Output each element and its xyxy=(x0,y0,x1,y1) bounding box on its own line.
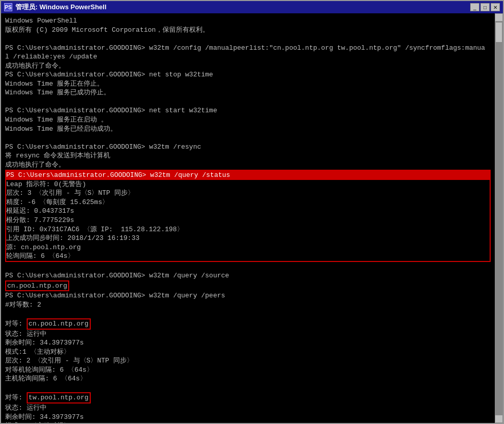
scroll-up-button[interactable]: ▲ xyxy=(495,13,503,22)
minimize-button[interactable]: _ xyxy=(470,3,479,11)
output-line: 根延迟: 0.0437317s xyxy=(6,207,490,216)
output-line: 源: cn.pool.ntp.org xyxy=(6,243,490,252)
output-line xyxy=(5,133,491,143)
title-bar-left: PS 管理员: Windows PowerShell xyxy=(4,3,107,12)
output-line xyxy=(5,383,491,393)
window-icon: PS xyxy=(4,3,12,11)
peer2-value: tw.pool.ntp.org xyxy=(27,392,91,403)
output-line: 引用 ID: 0x731C7AC6 〈源 IP: 115.28.122.198〉 xyxy=(6,225,490,234)
output-line: 对等: cn.pool.ntp.org xyxy=(5,318,491,330)
output-line: 剩余时间: 34.3973977s xyxy=(5,413,491,422)
output-line: 主机轮询间隔: 6 〈64s〉 xyxy=(5,374,491,383)
output-line: 层次: 3 〈次引用 - 与〈S〉NTP 同步〉 xyxy=(6,189,490,198)
peer1-value: cn.pool.ntp.org xyxy=(27,318,91,330)
output-line: PS C:\Users\administrator.GOODOING> net … xyxy=(5,106,491,115)
output-line: 版权所有 (C) 2009 Microsoft Corporation，保留所有… xyxy=(5,26,491,35)
output-line: 层次: 2 〈次引用 - 与〈S〉NTP 同步〉 xyxy=(5,356,491,366)
output-line: PS C:\Users\administrator.GOODOING> w32t… xyxy=(5,44,491,53)
terminal-content: Windows PowerShell 版权所有 (C) 2009 Microso… xyxy=(5,16,499,423)
output-line: 上次成功同步时间: 2018/1/23 16:19:33 xyxy=(6,234,490,243)
window-title: 管理员: Windows PowerShell xyxy=(15,3,107,12)
output-line: 状态: 运行中 xyxy=(5,330,491,339)
output-line: PS C:\Users\administrator.GOODOING> net … xyxy=(5,70,491,79)
output-line: 根分散: 7.7775229s xyxy=(6,216,490,225)
output-line: Windows Time 服务正在停止。 xyxy=(5,79,491,89)
output-line: Windows Time 服务正在启动 。 xyxy=(5,115,491,125)
output-line: Windows Time 服务已经启动成功。 xyxy=(5,125,491,134)
terminal-area[interactable]: Windows PowerShell 版权所有 (C) 2009 Microso… xyxy=(1,13,503,423)
output-line: #对等数: 2 xyxy=(5,300,491,310)
scroll-down-button[interactable]: ▼ xyxy=(495,415,503,423)
scroll-track xyxy=(495,22,503,415)
output-line: PS C:\Users\administrator.GOODOING> w32t… xyxy=(5,271,491,280)
output-line: 模式:1 〈主动对标〉 xyxy=(5,421,491,423)
output-line: l /reliable:yes /update xyxy=(5,52,491,62)
output-line: 成功地执行了命令。 xyxy=(5,160,491,170)
output-line: 对等机轮询间隔: 6 〈64s〉 xyxy=(5,366,491,375)
scrollbar[interactable]: ▲ ▼ xyxy=(495,13,503,423)
output-line: PS C:\Users\administrator.GOODOING> w32t… xyxy=(5,291,491,300)
output-line: 剩余时间: 34.3973977s xyxy=(5,338,491,348)
output-line: Windows Time 服务已成功停止。 xyxy=(5,88,491,97)
query-status-cmd: PS C:\Users\administrator.GOODOING> w32t… xyxy=(6,171,490,180)
output-line: PS C:\Users\administrator.GOODOING> w32t… xyxy=(5,143,491,152)
query-status-block: PS C:\Users\administrator.GOODOING> w32t… xyxy=(5,170,491,261)
output-line: 模式:1 〈主动对标〉 xyxy=(5,348,491,357)
output-line: 状态: 运行中 xyxy=(5,403,491,413)
output-line: Leap 指示符: 0(无警告) xyxy=(6,180,490,189)
scroll-thumb[interactable] xyxy=(495,22,502,43)
output-line: 成功地执行了命令。 xyxy=(5,62,491,71)
output-line: cn.pool.ntp.org xyxy=(5,280,491,292)
maximize-button[interactable]: □ xyxy=(480,3,490,11)
output-line: 精度: -6 〈每刻度 15.625ms〉 xyxy=(6,198,490,207)
output-line: 将 resync 命令发送到本地计算机 xyxy=(5,151,491,160)
output-line xyxy=(5,263,491,272)
output-line: Windows PowerShell xyxy=(5,16,491,26)
source-value: cn.pool.ntp.org xyxy=(5,280,69,292)
close-button[interactable]: ✕ xyxy=(491,3,500,11)
output-line xyxy=(5,310,491,319)
output-line xyxy=(5,34,491,44)
output-line: 轮询间隔: 6 〈64s〉 xyxy=(6,252,490,261)
output-line: 对等: tw.pool.ntp.org xyxy=(5,392,491,403)
window-controls[interactable]: _ □ ✕ xyxy=(470,3,500,11)
title-bar: PS 管理员: Windows PowerShell _ □ ✕ xyxy=(1,1,503,13)
output-line xyxy=(5,97,491,107)
powershell-window: PS 管理员: Windows PowerShell _ □ ✕ Windows… xyxy=(0,0,504,424)
